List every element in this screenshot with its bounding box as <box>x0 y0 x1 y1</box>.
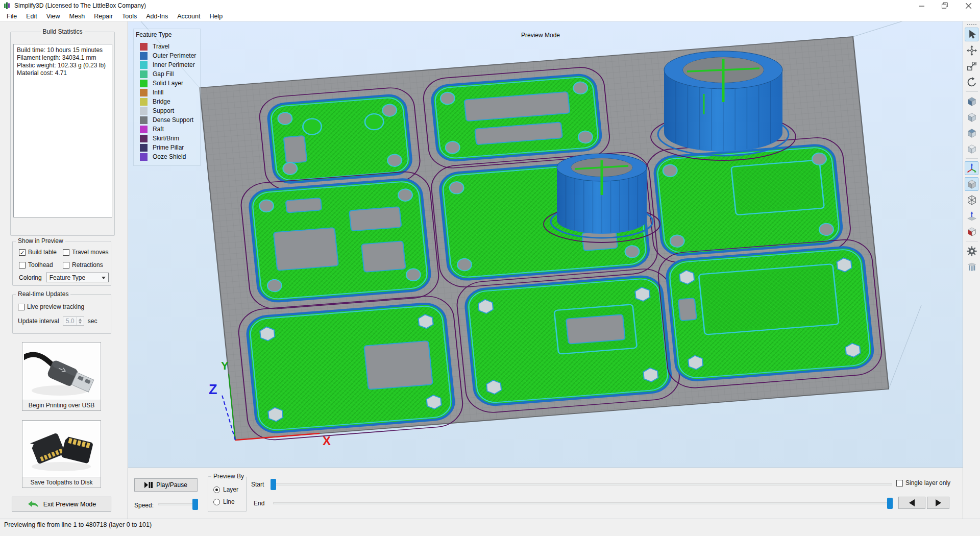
outer-perimeter-swatch <box>140 52 148 60</box>
scale-tool-icon[interactable] <box>965 59 978 73</box>
title-bar: Simplify3D (Licensed to The LittleBox Co… <box>0 0 980 11</box>
legend-title: Feature Type <box>136 31 196 38</box>
preview-by-layer-radio[interactable]: Layer <box>213 486 238 493</box>
spinner-arrows-icon[interactable] <box>77 317 84 325</box>
previous-layer-button[interactable] <box>898 497 925 509</box>
legend-label: Solid Layer <box>153 80 183 87</box>
single-layer-checkbox[interactable]: Single layer only <box>896 479 950 486</box>
menu-item-help[interactable]: Help <box>205 11 227 21</box>
next-layer-button[interactable] <box>927 497 949 509</box>
view-cube-4-icon[interactable] <box>965 142 978 156</box>
preview-by-line-radio[interactable]: Line <box>213 498 235 505</box>
legend-label: Infill <box>153 89 163 96</box>
live-preview-tracking-label: Live preview tracking <box>27 303 84 310</box>
update-interval-spinner[interactable]: 5.0 <box>63 316 84 326</box>
realtime-updates-title: Real-time Updates <box>16 290 70 298</box>
end-layer-slider[interactable] <box>273 498 893 509</box>
build-table-checkbox[interactable]: ✓Build table <box>19 249 63 256</box>
line-radio-label: Line <box>223 498 235 505</box>
sd-button-label: Save Toolpaths to Disk <box>22 477 101 488</box>
layer-radio-button[interactable] <box>213 486 220 493</box>
preview-viewport[interactable]: XYZ Preview Mode Feature Type TravelOute… <box>128 21 963 468</box>
wireframe-view-icon[interactable] <box>965 193 978 207</box>
speed-label: Speed: <box>134 502 154 509</box>
coloring-label: Coloring <box>19 274 42 281</box>
retractions-box[interactable] <box>63 262 69 269</box>
play-pause-label: Play/Pause <box>156 481 187 489</box>
menu-item-view[interactable]: View <box>42 11 65 21</box>
close-button[interactable] <box>957 0 980 11</box>
start-slider-handle[interactable] <box>271 479 276 490</box>
show-in-preview-title: Show in Preview <box>16 237 65 245</box>
legend-item-infill: Infill <box>136 88 196 97</box>
raft-swatch <box>140 126 148 133</box>
svg-text:Z: Z <box>209 382 217 397</box>
menu-item-file[interactable]: File <box>2 11 21 21</box>
build-statistics-title: Build Statistics <box>40 28 84 35</box>
gap-fill-swatch <box>140 70 148 78</box>
menu-item-mesh[interactable]: Mesh <box>65 11 90 21</box>
exit-button-label: Exit Preview Mode <box>43 501 96 508</box>
update-interval-value: 5.0 <box>66 318 75 325</box>
travel-moves-label: Travel moves <box>72 249 109 256</box>
begin-printing-usb-button[interactable]: Begin Printing over USB <box>22 342 101 411</box>
support-swatch <box>140 107 148 115</box>
live-preview-tracking-box[interactable] <box>18 304 24 310</box>
end-slider-handle[interactable] <box>887 498 893 509</box>
usb-button-label: Begin Printing over USB <box>22 400 101 410</box>
status-bar: Previewing file from line 1 to 480718 (l… <box>0 519 980 536</box>
legend-item-ooze-shield: Ooze Shield <box>136 152 196 161</box>
move-tool-icon[interactable] <box>965 43 978 57</box>
line-radio-button[interactable] <box>213 499 220 505</box>
menu-item-repair[interactable]: Repair <box>89 11 117 21</box>
menu-item-tools[interactable]: Tools <box>117 11 141 21</box>
solid-render-view-icon[interactable] <box>965 177 978 191</box>
start-layer-slider[interactable] <box>271 479 892 490</box>
menu-item-edit[interactable]: Edit <box>21 11 42 21</box>
toolbar-separator <box>966 158 978 159</box>
rotate-tool-icon[interactable] <box>965 75 978 89</box>
live-preview-tracking-checkbox[interactable]: Live preview tracking <box>18 303 84 310</box>
view-cube-2-icon[interactable] <box>965 110 978 124</box>
single-layer-label: Single layer only <box>905 479 950 486</box>
stat-line: Material cost: 4.71 <box>17 69 109 77</box>
end-slider-track[interactable] <box>273 502 893 504</box>
legend-item-travel: Travel <box>136 42 196 51</box>
surface-normals-view-icon[interactable] <box>965 209 978 223</box>
menu-item-account[interactable]: Account <box>173 11 205 21</box>
support-structures-icon[interactable] <box>965 260 978 274</box>
stat-line: Plastic weight: 102.33 g (0.23 lb) <box>17 62 109 69</box>
toolhead-box[interactable] <box>19 262 26 269</box>
view-cube-3-icon[interactable] <box>965 126 978 140</box>
coordinate-axes-view-icon[interactable] <box>965 161 978 175</box>
cross-section-view-icon[interactable] <box>965 225 978 238</box>
speed-slider-handle[interactable] <box>192 499 198 510</box>
toolbar-grip[interactable] <box>967 24 976 25</box>
start-slider-track[interactable] <box>271 483 892 485</box>
legend-item-skirt-brim: Skirt/Brim <box>136 134 196 143</box>
legend-item-bridge: Bridge <box>136 97 196 106</box>
app-window: Simplify3D (Licensed to The LittleBox Co… <box>0 0 980 536</box>
travel-moves-box[interactable] <box>63 249 69 256</box>
toolhead-checkbox[interactable]: Toolhead <box>19 261 63 269</box>
retractions-checkbox[interactable]: Retractions <box>63 261 109 269</box>
minimize-button[interactable] <box>910 0 933 11</box>
machine-settings-icon[interactable] <box>965 244 978 258</box>
view-cube-1-icon[interactable] <box>965 94 978 108</box>
scene-canvas: XYZ <box>128 21 963 468</box>
select-tool-icon[interactable] <box>965 28 978 41</box>
menu-item-add-ins[interactable]: Add-Ins <box>141 11 173 21</box>
inner-perimeter-swatch <box>140 61 148 69</box>
legend-item-raft: Raft <box>136 125 196 134</box>
speed-slider[interactable] <box>158 499 198 510</box>
build-table-box[interactable]: ✓ <box>19 249 26 256</box>
save-toolpaths-button[interactable]: Save Toolpaths to Disk <box>22 420 101 488</box>
single-layer-box[interactable] <box>896 480 903 486</box>
coloring-dropdown[interactable]: Feature Type <box>46 273 109 282</box>
play-pause-button[interactable]: Play/Pause <box>134 478 198 492</box>
preview-by-title: Preview By <box>211 473 246 480</box>
exit-preview-mode-button[interactable]: Exit Preview Mode <box>12 497 111 511</box>
stat-line: Filament length: 34034.1 mm <box>17 54 109 62</box>
restore-button[interactable] <box>933 0 957 11</box>
travel-moves-checkbox[interactable]: Travel moves <box>63 249 109 256</box>
